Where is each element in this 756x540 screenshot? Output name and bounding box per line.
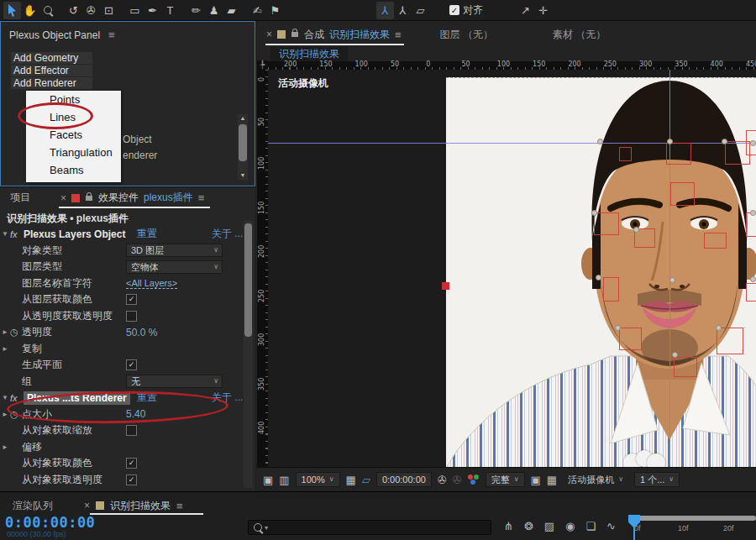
track-point[interactable] [750, 210, 756, 216]
mask-visibility-icon[interactable]: ▱ [362, 474, 370, 486]
roi-icon[interactable]: ▦ [346, 474, 356, 486]
property-row[interactable]: 从透明度获取透明度 [0, 308, 244, 325]
property-row[interactable]: ►◷透明度50.0 % [0, 324, 244, 341]
current-time-display[interactable]: 0:00:00:00 [5, 514, 95, 531]
tab-layer[interactable]: 图层 （无） [440, 28, 493, 42]
brainstorm-icon[interactable]: ❏ [585, 520, 596, 532]
tracker-box[interactable] [666, 143, 691, 165]
property-checkbox[interactable]: ✓ [126, 359, 137, 370]
view-select[interactable]: 活动摄像机∨ [563, 473, 628, 486]
world-axis-mode[interactable]: ⅄ [394, 2, 412, 19]
property-row[interactable]: ►复制 [0, 341, 244, 358]
tab-footage[interactable]: 素材 （无） [553, 28, 606, 42]
property-row[interactable]: 从图层获取颜色✓ [0, 291, 244, 308]
tracker-box[interactable] [603, 277, 619, 301]
region-capture[interactable]: ✛ [534, 2, 552, 19]
track-point[interactable] [722, 139, 727, 144]
property-row[interactable]: 组无∨ [0, 374, 244, 391]
tracker-box[interactable] [717, 328, 743, 354]
pen-tool[interactable]: ✒ [144, 2, 161, 19]
ruler-origin-icon[interactable]: ╄ [257, 60, 268, 70]
twirl-down-icon[interactable]: ▼ [0, 394, 10, 401]
twirl-right-icon[interactable]: ► [0, 328, 10, 336]
close-icon[interactable]: × [266, 29, 272, 40]
effect-header-row[interactable]: ▼fxPlexus Layers Object重置关于 ... [0, 226, 244, 243]
about-link[interactable]: 关于 ... [212, 227, 243, 241]
twirl-right-icon[interactable]: ► [0, 443, 10, 451]
time-ruler[interactable]: 0f10f20f [626, 515, 756, 540]
tracker-box[interactable] [746, 283, 756, 301]
tab-composition-name[interactable]: 识别扫描效果 [329, 28, 390, 42]
layer-handle[interactable] [442, 282, 449, 290]
property-row[interactable]: 图层类型空物体∨ [0, 259, 244, 275]
property-dropdown[interactable]: 空物体∨ [126, 260, 223, 274]
frame-blend-icon[interactable]: ▨ [544, 520, 554, 532]
graph-editor-icon[interactable]: ∿ [606, 520, 616, 532]
type-tool[interactable]: T [161, 2, 179, 19]
monitor-icon[interactable]: ▥ [279, 474, 289, 486]
guide-vertical[interactable] [669, 70, 670, 467]
track-point[interactable] [591, 210, 597, 216]
property-row[interactable]: 从对象获取透明度✓ [0, 472, 244, 489]
twirl-down-icon[interactable]: ▼ [0, 230, 10, 238]
property-dropdown[interactable]: 无∨ [126, 375, 223, 388]
tab-composition-label[interactable]: 合成 [304, 28, 324, 42]
menu-item-triangulation[interactable]: Triangulation [26, 144, 121, 161]
lock-icon[interactable] [291, 32, 298, 37]
channels-icon[interactable] [468, 474, 480, 485]
camera-tool[interactable]: ✇ [82, 2, 100, 19]
tracker-box[interactable] [619, 147, 632, 161]
add-effector-button[interactable]: Add Effector [11, 65, 92, 76]
always-preview-icon[interactable]: ▣ [263, 474, 273, 486]
brush-tool[interactable]: ✏ [187, 2, 205, 19]
property-row[interactable]: 生成平面✓ [0, 357, 244, 374]
track-point[interactable] [667, 139, 673, 144]
effects-panel-scrollbar[interactable] [244, 221, 253, 488]
panel-menu-icon[interactable]: ≡ [395, 29, 402, 41]
track-point[interactable] [597, 139, 603, 144]
property-value[interactable]: 50.0 % [126, 327, 157, 338]
reset-link[interactable]: 重置 [137, 227, 157, 241]
panel-menu-icon[interactable]: ≡ [108, 29, 115, 41]
sharp-tool[interactable]: ↗ [517, 2, 534, 19]
twirl-right-icon[interactable]: ► [0, 345, 10, 353]
puppet-pin-tool[interactable]: ⚑ [266, 2, 284, 19]
property-row[interactable]: 对象类型3D 图层∨ [0, 243, 244, 260]
property-row[interactable]: ►偏移 [0, 439, 244, 456]
track-point[interactable] [615, 325, 621, 331]
vertical-ruler[interactable]: 050100150200250300350400 [257, 70, 268, 467]
track-point[interactable] [672, 352, 678, 358]
add-geometry-button[interactable]: Add Geometry [11, 52, 92, 64]
zoom-level-select[interactable]: 100%∨ [296, 472, 340, 487]
snap-toggle[interactable]: ✓对齐 [449, 3, 483, 18]
comp-breadcrumb[interactable]: 识别扫描效果 [270, 47, 348, 61]
track-point[interactable] [750, 276, 756, 282]
work-area-bar[interactable] [630, 516, 756, 521]
viewer-timecode[interactable]: 0:00:00:00 [376, 472, 432, 487]
tab-render-queue[interactable]: 渲染队列 [13, 499, 53, 513]
transparency-grid-icon[interactable]: ▦ [547, 474, 557, 486]
roto-brush-tool[interactable]: ✍ [249, 2, 266, 19]
panel-menu-icon[interactable]: ≡ [176, 500, 183, 512]
tab-effect-controls-target[interactable]: plexus插件 [144, 191, 193, 205]
hand-tool[interactable]: ✋ [21, 2, 39, 19]
tab-effect-controls-label[interactable]: 效果控件 [98, 191, 139, 205]
horizontal-ruler[interactable]: 20015010050050100150200250300350400450 [268, 61, 756, 70]
property-row[interactable]: 从对象获取缩放 [0, 422, 244, 439]
close-icon[interactable]: × [60, 192, 66, 204]
pan-behind-tool[interactable]: ⊡ [100, 2, 118, 19]
tracker-box[interactable] [619, 328, 642, 350]
rectangle-tool[interactable]: ▭ [126, 2, 144, 19]
plexus-panel-scrollbar[interactable]: ▲ ▼ [238, 114, 248, 180]
property-checkbox[interactable] [126, 311, 137, 322]
property-row[interactable]: 从对象获取颜色✓ [0, 455, 244, 472]
property-checkbox[interactable]: ✓ [126, 474, 137, 485]
track-point[interactable] [669, 277, 675, 283]
comp-network-icon[interactable]: ⋔ [504, 520, 513, 532]
rotation-tool[interactable]: ↺ [65, 2, 82, 19]
tracker-box[interactable] [594, 212, 619, 235]
track-point[interactable] [750, 140, 756, 146]
resolution-select[interactable]: 完整∨ [486, 472, 525, 487]
add-renderer-button[interactable]: Add Renderer [11, 77, 92, 89]
tab-timeline-comp[interactable]: 识别扫描效果 [110, 499, 171, 513]
